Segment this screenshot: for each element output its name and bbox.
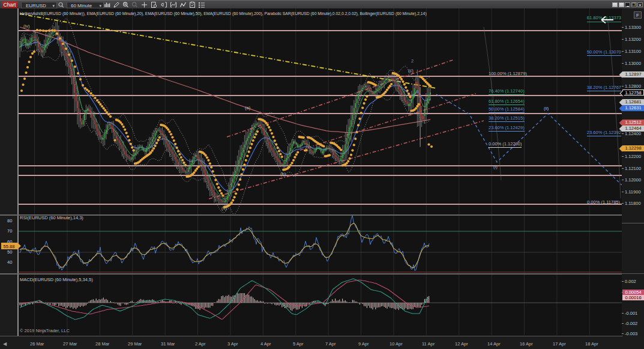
svg-text:55.88: 55.88 xyxy=(4,244,15,249)
